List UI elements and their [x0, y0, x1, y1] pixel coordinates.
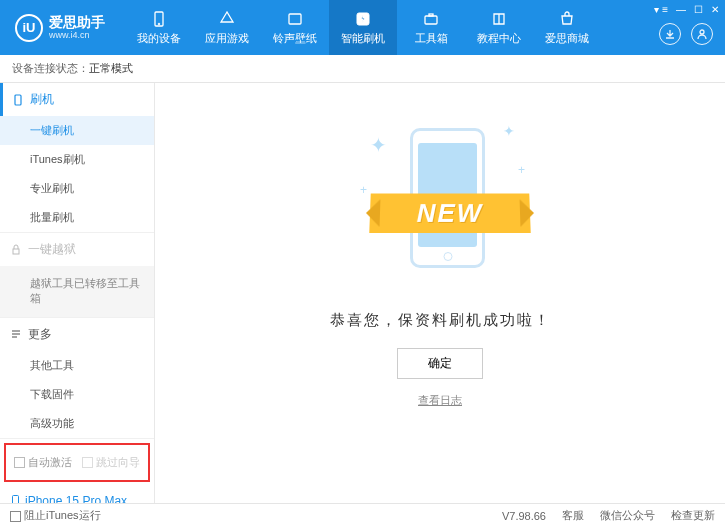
svg-rect-5: [429, 14, 433, 16]
main-content: ✦ ✦ + + NEW 恭喜您，保资料刷机成功啦！ 确定 查看日志: [155, 83, 725, 503]
nav-smart-flash[interactable]: 智能刷机: [329, 0, 397, 55]
sparkle-icon: +: [518, 163, 525, 177]
wallpaper-icon: [286, 10, 304, 28]
checkbox-auto-activate[interactable]: 自动激活: [14, 455, 72, 470]
sidebar-item-pro[interactable]: 专业刷机: [0, 174, 154, 203]
svg-rect-9: [13, 496, 19, 503]
checkbox-skip-guide[interactable]: 跳过向导: [82, 455, 140, 470]
footer: 阻止iTunes运行 V7.98.66 客服 微信公众号 检查更新: [0, 503, 725, 527]
toolbox-icon: [422, 10, 440, 28]
app-url: www.i4.cn: [49, 30, 105, 40]
sidebar-group-more[interactable]: 更多: [0, 318, 154, 351]
sparkle-icon: +: [360, 183, 367, 197]
logo-area: iU 爱思助手 www.i4.cn: [0, 14, 125, 42]
sidebar-item-other-tools[interactable]: 其他工具: [0, 351, 154, 380]
sparkle-icon: ✦: [370, 133, 387, 157]
svg-point-6: [700, 30, 704, 34]
sidebar-group-jailbreak[interactable]: 一键越狱: [0, 233, 154, 266]
svg-point-1: [158, 23, 160, 25]
sidebar-item-jailbreak-moved: 越狱工具已转移至工具箱: [0, 266, 154, 317]
svg-rect-4: [425, 16, 437, 24]
store-icon: [558, 10, 576, 28]
success-message: 恭喜您，保资料刷机成功啦！: [330, 311, 551, 330]
sparkle-icon: ✦: [503, 123, 515, 139]
status-label: 设备连接状态：: [12, 61, 89, 76]
version-label: V7.98.66: [502, 510, 546, 522]
footer-link-wechat[interactable]: 微信公众号: [600, 508, 655, 523]
sidebar-options-highlighted: 自动激活 跳过向导: [4, 443, 150, 482]
app-header: iU 爱思助手 www.i4.cn 我的设备 应用游戏 铃声壁纸 智能刷机 工具…: [0, 0, 725, 55]
list-icon: [10, 328, 22, 340]
ok-button[interactable]: 确定: [397, 348, 483, 379]
top-nav: 我的设备 应用游戏 铃声壁纸 智能刷机 工具箱 教程中心 爱思商城: [125, 0, 725, 55]
menu-icon[interactable]: ▾ ≡: [654, 4, 668, 15]
flash-icon: [354, 10, 372, 28]
apps-icon: [218, 10, 236, 28]
sidebar-item-oneclick[interactable]: 一键刷机: [0, 116, 154, 145]
phone-small-icon: [10, 495, 21, 503]
svg-rect-8: [13, 249, 19, 254]
phone-icon: [12, 94, 24, 106]
status-bar: 设备连接状态： 正常模式: [0, 55, 725, 83]
lock-icon: [10, 244, 22, 256]
nav-tutorials[interactable]: 教程中心: [465, 0, 533, 55]
download-button[interactable]: [659, 23, 681, 45]
sidebar-item-batch[interactable]: 批量刷机: [0, 203, 154, 232]
device-name[interactable]: iPhone 15 Pro Max: [10, 494, 144, 503]
sidebar-group-flash[interactable]: 刷机: [0, 83, 154, 116]
checkbox-block-itunes[interactable]: 阻止iTunes运行: [10, 508, 101, 523]
new-ribbon: NEW: [369, 193, 530, 233]
success-illustration: ✦ ✦ + + NEW: [340, 113, 540, 293]
maximize-icon[interactable]: ☐: [694, 4, 703, 15]
nav-my-device[interactable]: 我的设备: [125, 0, 193, 55]
sidebar-item-itunes[interactable]: iTunes刷机: [0, 145, 154, 174]
nav-store[interactable]: 爱思商城: [533, 0, 601, 55]
view-log-link[interactable]: 查看日志: [418, 393, 462, 408]
nav-toolbox[interactable]: 工具箱: [397, 0, 465, 55]
footer-link-update[interactable]: 检查更新: [671, 508, 715, 523]
book-icon: [490, 10, 508, 28]
sidebar-item-firmware[interactable]: 下载固件: [0, 380, 154, 409]
logo-icon: iU: [15, 14, 43, 42]
sidebar: 刷机 一键刷机 iTunes刷机 专业刷机 批量刷机 一键越狱 越狱工具已转移至…: [0, 83, 155, 503]
device-info: iPhone 15 Pro Max 512GB iPhone: [0, 486, 154, 503]
svg-rect-2: [289, 14, 301, 24]
status-value: 正常模式: [89, 61, 133, 76]
minimize-icon[interactable]: —: [676, 4, 686, 15]
nav-apps[interactable]: 应用游戏: [193, 0, 261, 55]
footer-link-support[interactable]: 客服: [562, 508, 584, 523]
device-icon: [150, 10, 168, 28]
svg-rect-7: [15, 95, 21, 105]
close-icon[interactable]: ✕: [711, 4, 719, 15]
app-title: 爱思助手: [49, 15, 105, 30]
sidebar-item-advanced[interactable]: 高级功能: [0, 409, 154, 438]
user-button[interactable]: [691, 23, 713, 45]
window-controls: ▾ ≡ — ☐ ✕: [654, 4, 719, 15]
nav-ringtones[interactable]: 铃声壁纸: [261, 0, 329, 55]
